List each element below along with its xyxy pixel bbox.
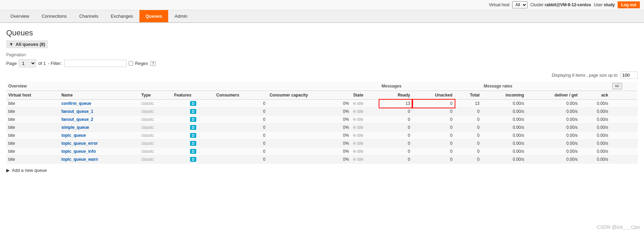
filter-input[interactable] <box>64 60 127 67</box>
queues-table: Overview Messages Message rates +/- Virt… <box>6 82 638 164</box>
tab-admin[interactable]: Admin <box>168 10 194 22</box>
cell-state: idle <box>351 132 379 140</box>
cell-name[interactable]: topic_queue <box>59 132 139 140</box>
cell-state: idle <box>351 148 379 156</box>
virtual-host-select[interactable]: All <box>512 1 527 8</box>
cell-deliver-get: 0.00/s <box>526 124 580 132</box>
table-row: bite topic_queue_info classic D 0 0% idl… <box>6 148 638 156</box>
pagination-controls: Page 1 of 1 - Filter: Regex ? <box>6 59 638 67</box>
cell-name[interactable]: topic_queue_info <box>59 148 139 156</box>
features-badge: D <box>190 125 196 130</box>
overview-section-header: Overview <box>6 82 379 91</box>
regex-checkbox[interactable] <box>129 61 133 66</box>
page-select[interactable]: 1 <box>19 59 36 67</box>
cell-unacked: 0 <box>412 100 455 108</box>
state-dot-icon <box>353 158 356 161</box>
tab-exchanges[interactable]: Exchanges <box>104 10 139 22</box>
state-text: idle <box>357 125 363 130</box>
cell-consumer-capacity: 0% <box>267 124 351 132</box>
all-queues-section[interactable]: ▼ All queues (8) <box>6 40 48 48</box>
of-label: of 1 <box>38 61 46 66</box>
cell-unacked: 0 <box>412 108 455 116</box>
cell-ack: 0.00/s <box>580 132 610 140</box>
state-dot-icon <box>353 126 356 129</box>
col-actions <box>610 91 638 100</box>
cell-virtual-host: bite <box>6 116 59 124</box>
cell-total: 0 <box>455 148 482 156</box>
state-text: idle <box>357 157 363 162</box>
cell-virtual-host: bite <box>6 100 59 108</box>
cell-ack: 0.00/s <box>580 124 610 132</box>
page-size-row: Displaying 8 items , page size up to: <box>6 72 638 79</box>
messages-section-header: Messages <box>379 82 481 91</box>
cell-deliver-get: 0.00/s <box>526 148 580 156</box>
cell-consumer-capacity: 0% <box>267 108 351 116</box>
cell-features: D <box>172 132 214 140</box>
cell-name[interactable]: topic_queue_warn <box>59 156 139 164</box>
tab-queues[interactable]: Queues <box>139 10 169 22</box>
cell-name[interactable]: fanout_queue_1 <box>59 108 139 116</box>
cell-total: 0 <box>455 116 482 124</box>
tab-overview[interactable]: Overview <box>4 10 35 22</box>
cell-name[interactable]: confirm_queue <box>59 100 139 108</box>
cell-ack: 0.00/s <box>580 156 610 164</box>
cell-type: classic <box>139 100 172 108</box>
top-bar: Virtual host All Cluster rabbit@VM-8-12-… <box>0 0 644 10</box>
cell-consumers: 0 <box>214 108 267 116</box>
cell-virtual-host: bite <box>6 140 59 148</box>
logout-button[interactable]: Log out <box>618 1 640 8</box>
cell-empty <box>610 116 638 124</box>
regex-label: Regex <box>135 61 148 66</box>
cell-unacked: 0 <box>412 140 455 148</box>
cell-empty <box>610 124 638 132</box>
table-row: bite fanout_queue_2 classic D 0 0% idle … <box>6 116 638 124</box>
cell-name[interactable]: topic_queue_error <box>59 140 139 148</box>
cell-state: idle <box>351 116 379 124</box>
cell-deliver-get: 0.00/s <box>526 100 580 108</box>
cell-unacked: 0 <box>412 116 455 124</box>
col-consumers: Consumers <box>214 91 267 100</box>
cell-name[interactable]: simple_queue <box>59 124 139 132</box>
cell-state: idle <box>351 124 379 132</box>
cell-virtual-host: bite <box>6 156 59 164</box>
cell-total: 0 <box>455 124 482 132</box>
cell-empty <box>610 140 638 148</box>
state-dot-icon <box>353 142 356 145</box>
cell-empty <box>610 108 638 116</box>
page-size-input[interactable] <box>620 72 638 79</box>
cell-total: 13 <box>455 100 482 108</box>
cell-ready: 0 <box>379 108 412 116</box>
add-queue-section[interactable]: ▶ Add a new queue <box>6 168 638 173</box>
filter-label: - Filter: <box>48 61 62 66</box>
cell-consumer-capacity: 0% <box>267 148 351 156</box>
cell-ready: 0 <box>379 132 412 140</box>
tab-channels[interactable]: Channels <box>73 10 104 22</box>
cell-ack: 0.00/s <box>580 100 610 108</box>
col-ready: Ready <box>379 91 412 100</box>
cell-features: D <box>172 108 214 116</box>
cell-state: idle <box>351 108 379 116</box>
cell-incoming: 0.00/s <box>482 116 526 124</box>
table-row: bite confirm_queue classic D 0 0% idle 1… <box>6 100 638 108</box>
cell-consumers: 0 <box>214 124 267 132</box>
col-unacked: Unacked <box>412 91 455 100</box>
cell-state: idle <box>351 100 379 108</box>
cell-total: 0 <box>455 132 482 140</box>
cell-incoming: 0.00/s <box>482 156 526 164</box>
cluster-info: Cluster rabbit@VM-8-12-centos <box>530 2 591 7</box>
cell-ready: 0 <box>379 140 412 148</box>
cell-name[interactable]: fanout_queue_2 <box>59 116 139 124</box>
cell-unacked: 0 <box>412 156 455 164</box>
cell-state: idle <box>351 156 379 164</box>
help-icon[interactable]: ? <box>150 61 156 66</box>
cell-incoming: 0.00/s <box>482 124 526 132</box>
cell-incoming: 0.00/s <box>482 100 526 108</box>
section-label: All queues (8) <box>16 42 45 47</box>
cell-unacked: 0 <box>412 132 455 140</box>
user-value: study <box>604 2 615 7</box>
plus-minus-header[interactable]: +/- <box>610 82 638 91</box>
tab-connections[interactable]: Connections <box>35 10 73 22</box>
plus-minus-button[interactable]: +/- <box>612 83 622 89</box>
table-row: bite topic_queue_error classic D 0 0% id… <box>6 140 638 148</box>
cell-consumer-capacity: 0% <box>267 156 351 164</box>
